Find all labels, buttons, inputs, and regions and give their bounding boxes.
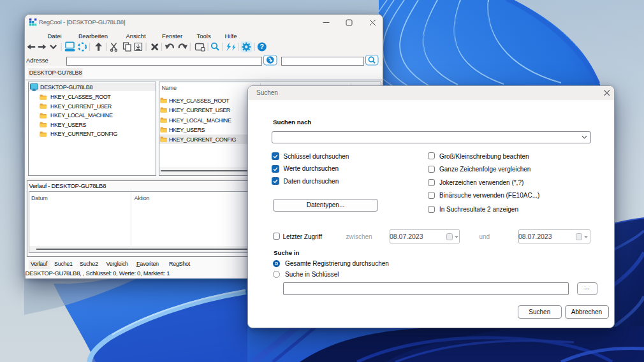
svg-text:?: ? <box>260 43 264 50</box>
